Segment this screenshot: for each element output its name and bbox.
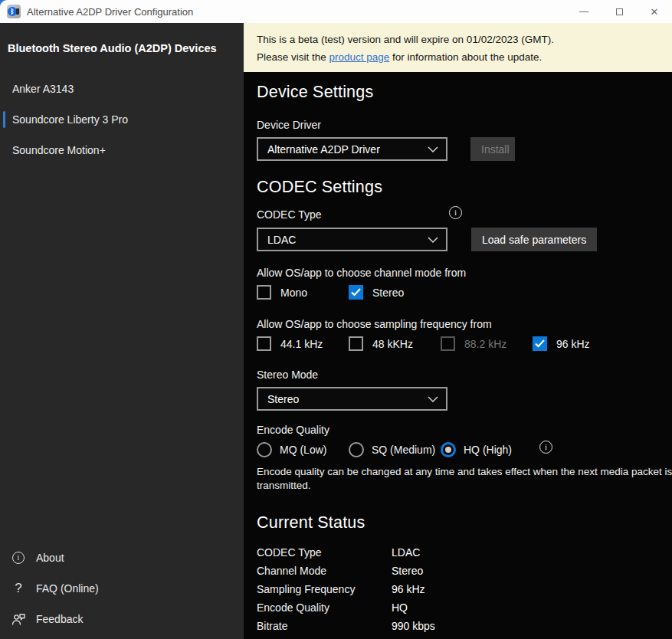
checkbox-icon [257,285,271,300]
checkbox-96-khz[interactable]: 96 kHz [533,336,624,351]
device-driver-value: Alternative A2DP Driver [267,143,428,156]
beta-banner: This is a beta (test) version and will e… [244,23,672,72]
status-value: Stereo [392,565,423,577]
device-driver-dropdown[interactable]: Alternative A2DP Driver [257,137,447,161]
status-label: Sampling Frequency [257,583,392,595]
app-icon: ᛒ [7,5,21,18]
radio-icon [349,442,364,457]
chevron-down-icon [428,146,438,152]
status-row: Channel Mode Stereo [257,562,672,580]
channel-mode-options: Mono Stereo [257,285,672,300]
feedback-icon [11,613,26,626]
product-page-link[interactable]: product page [329,51,390,63]
checkbox-mono[interactable]: Mono [257,285,349,300]
speaker-icon-part [16,8,19,15]
stereo-mode-label: Stereo Mode [257,369,672,381]
device-item-label: Anker A3143 [12,83,74,95]
app-window: ᛒ Alternative A2DP Driver Configuration … [0,0,672,639]
device-item-label: Soundcore Liberty 3 Pro [12,113,128,126]
checkbox-icon [349,336,363,351]
sidebar-item-feedback[interactable]: Feedback [0,604,244,634]
status-row: Sampling Frequency 96 kHz [257,580,672,598]
encode-quality-label: Encode Quality [257,424,672,436]
radio-mq-low[interactable]: MQ (Low) [257,442,349,457]
selection-indicator [3,111,5,128]
checkbox-48-khz[interactable]: 48 kKHz [349,336,441,351]
info-icon: i [11,552,26,564]
checkbox-disabled-icon [441,336,455,351]
sidebar: Bluetooth Stereo Audio (A2DP) Devices An… [0,23,244,639]
footer-item-label: Feedback [36,613,83,625]
status-value: LDAC [392,546,420,559]
sampling-frequency-group-label: Allow OS/app to choose sampling frequenc… [257,318,672,330]
codec-type-dropdown[interactable]: LDAC [257,228,447,251]
checkbox-icon [257,336,271,351]
install-button: Install [470,137,515,161]
title-bar: ᛒ Alternative A2DP Driver Configuration … [0,0,672,23]
encode-quality-info-icon[interactable]: i [539,441,552,454]
status-row: Encode Quality HQ [257,598,672,617]
banner-line1: This is a beta (test) version and will e… [257,31,672,48]
current-status-table: CODEC Type LDAC Channel Mode Stereo Samp… [257,543,672,635]
checkbox-label: 48 kKHz [372,338,413,350]
checkbox-stereo[interactable]: Stereo [349,285,441,300]
device-settings-heading: Device Settings [257,83,672,102]
sidebar-header: Bluetooth Stereo Audio (A2DP) Devices [0,23,244,54]
device-item-label: Soundcore Motion+ [12,144,106,156]
radio-label: HQ (High) [464,444,512,456]
checkbox-checked-icon [533,336,547,351]
radio-hq-high[interactable]: HQ (High) [441,442,534,457]
status-label: Channel Mode [257,565,392,577]
radio-selected-icon [441,442,456,457]
window-title: Alternative A2DP Driver Configuration [27,6,193,18]
checkbox-label: 44.1 kHz [280,338,323,350]
device-list: Anker A3143 Soundcore Liberty 3 Pro Soun… [0,74,244,165]
chevron-down-icon [428,237,438,243]
status-label: CODEC Type [257,546,392,559]
status-label: Encode Quality [257,601,392,614]
sampling-frequency-options: 44.1 kHz 48 kKHz 88.2 kHz 96 kHz [257,336,672,351]
encode-quality-options: MQ (Low) SQ (Medium) HQ (High) i [257,442,672,457]
sidebar-item-about[interactable]: i About [0,542,244,573]
close-button[interactable]: ✕ [637,0,672,23]
status-label: Bitrate [257,620,392,632]
banner-line2-suffix: for information about the update. [389,51,542,63]
radio-label: MQ (Low) [280,444,326,456]
radio-label: SQ (Medium) [372,444,435,456]
checkbox-label: 96 kHz [556,338,590,350]
maximize-icon [616,8,623,15]
question-icon: ? [11,581,26,596]
checkbox-checked-icon [349,285,363,300]
codec-settings-heading: CODEC Settings [257,178,672,197]
load-safe-parameters-button[interactable]: Load safe parameters [471,228,597,251]
codec-type-value: LDAC [267,234,428,246]
chevron-down-icon [428,396,438,402]
main-content: Device Settings Device Driver Alternativ… [244,72,672,639]
checkbox-label: Mono [280,287,307,299]
sidebar-footer: i About ? FAQ (Online) Feedback [0,542,244,634]
minimize-button[interactable]: — [566,0,602,23]
status-row: Bitrate 990 kbps [257,617,672,635]
encode-quality-note: Encode quality can be changed at any tim… [257,465,672,493]
sidebar-item-soundcore-liberty-3-pro[interactable]: Soundcore Liberty 3 Pro [0,104,244,135]
status-row: CODEC Type LDAC [257,543,672,562]
radio-sq-medium[interactable]: SQ (Medium) [349,442,441,457]
checkbox-88-2-khz: 88.2 kHz [441,336,533,351]
stereo-mode-value: Stereo [267,393,428,405]
maximize-button[interactable] [602,0,637,23]
banner-line2: Please visit the product page for inform… [257,48,672,66]
status-value: 96 kHz [392,583,425,595]
footer-item-label: About [36,552,64,564]
current-status-heading: Current Status [257,513,672,532]
checkbox-44-1-khz[interactable]: 44.1 kHz [257,336,349,351]
device-driver-label: Device Driver [257,119,672,131]
stereo-mode-dropdown[interactable]: Stereo [257,387,447,411]
status-value: HQ [392,601,408,614]
radio-icon [257,442,272,457]
checkbox-label: Stereo [372,287,404,299]
codec-type-label: CODEC Type [257,208,322,221]
codec-type-info-icon[interactable]: i [449,206,462,219]
sidebar-item-anker-a3143[interactable]: Anker A3143 [0,74,244,104]
sidebar-item-faq-online[interactable]: ? FAQ (Online) [0,573,244,604]
sidebar-item-soundcore-motion-plus[interactable]: Soundcore Motion+ [0,135,244,165]
